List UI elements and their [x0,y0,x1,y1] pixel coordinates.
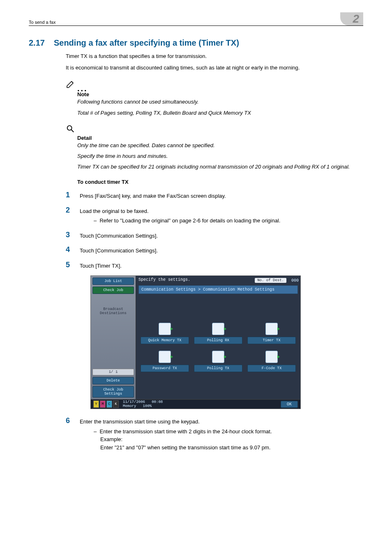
check-job-settings-button[interactable]: Check Job Settings [92,386,134,398]
password-tx-label: Password TX [141,365,189,372]
step-6-sub: – Enter the transmission start time with… [94,428,272,452]
polling-rx-label: Polling RX [194,337,242,344]
step-3: 3 Touch [Communication Settings]. [66,231,363,240]
toner-indicators: Y M C K [93,400,119,408]
step-6-sub1: Enter the transmission start time with 2… [99,428,272,435]
device-main: Specify the settings. No. of Dest. 000 C… [136,276,300,399]
toner-c-icon: C [106,400,112,408]
num-of-dest-label: No. of Dest. [255,278,286,283]
device-sidebar: Job List Check Job Broadcast Destination… [91,276,136,399]
note-label: Note [77,91,363,97]
step-6-sub2: Example: [100,436,122,442]
toner-m-icon: M [100,400,106,408]
chapter-number-badge: 2 [340,12,363,25]
header-breadcrumb: To send a fax [29,20,55,25]
delete-button[interactable]: Delete [92,377,134,384]
intro-paragraph-1: Timer TX is a function that specifies a … [66,53,363,60]
toner-y-icon: Y [93,400,99,408]
page-header: To send a fax 2 [29,12,363,26]
step-number: 6 [66,416,72,425]
fcode-tx-label: F-Code TX [247,365,296,372]
step-2-sub: – Refer to "Loading the original" on pag… [94,217,280,225]
step-2-main: Load the original to be faxed. [80,208,149,214]
step-number: 1 [66,191,72,199]
detail-line-3: Timer TX can be specified for 21 origina… [77,163,363,171]
section-title: Sending a fax after specifying a time (T… [54,38,239,48]
step-5: 5 Touch [Timer TX]. [66,261,363,270]
broadcast-destinations-label: Broadcast Destinations [92,307,134,315]
detail-line-2: Specify the time in hours and minutes. [77,153,363,160]
status-memory-label: Memory [123,404,136,408]
step-6-main: Enter the transmission start time using … [80,419,200,425]
status-time: 00:08 [152,400,163,404]
status-memory-value: 100% [143,404,152,408]
step-number: 3 [66,231,72,239]
status-info-block: 11/17/2006 00:08 Memory 100% [119,400,281,408]
step-6-sub3: Enter "21" and "07" when setting the tra… [100,444,270,451]
step-3-text: Touch [Communication Settings]. [80,231,158,240]
device-title: Specify the settings. [136,276,193,284]
toner-k-icon: K [113,400,119,408]
step-2: 2 Load the original to be faxed. – Refer… [66,206,363,225]
timer-tx-option[interactable]: Timer TX [249,323,295,344]
svg-line-1 [71,130,74,132]
fcode-tx-option[interactable]: F-Code TX [249,351,295,372]
device-titlebar: Specify the settings. No. of Dest. 000 [136,276,300,284]
device-statusbar: Y M C K 11/17/2006 00:08 Memory 100% OK [91,399,300,409]
device-options-grid: Quick Memory TX Polling RX Timer TX [136,294,300,399]
polling-tx-label: Polling TX [194,365,242,372]
step-6: 6 Enter the transmission start time usin… [66,416,363,451]
polling-tx-option[interactable]: Polling TX [195,351,241,372]
step-2-text: Load the original to be faxed. – Refer t… [80,206,280,225]
intro-paragraph-2: It is economical to transmit at discount… [66,64,363,72]
step-4: 4 Touch [Communication Settings]. [66,245,363,255]
polling-rx-icon [212,323,224,335]
step-1-text: Press [Fax/Scan] key, and make the Fax/S… [80,191,226,200]
section-number: 2.17 [29,38,45,48]
num-of-dest-value: 000 [291,278,299,283]
step-1: 1 Press [Fax/Scan] key, and make the Fax… [66,191,363,200]
password-tx-icon [159,351,171,363]
magnifier-icon [66,124,363,135]
step-number: 5 [66,261,72,269]
page: To send a fax 2 2.17 Sending a fax after… [0,0,392,555]
step-number: 2 [66,206,72,215]
step-4-text: Touch [Communication Settings]. [80,245,158,255]
page-indicator: 1/ 1 [92,369,134,375]
quick-memory-tx-icon [159,323,171,335]
note-icon-row: ... [66,79,363,90]
quick-memory-tx-option[interactable]: Quick Memory TX [142,323,188,344]
body: Timer TX is a function that specifies a … [66,53,363,451]
timer-tx-label: Timer TX [247,337,296,344]
ok-button[interactable]: OK [281,401,298,408]
step-5-text: Touch [Timer TX]. [80,261,122,270]
device-body: Job List Check Job Broadcast Destination… [91,276,300,399]
detail-label: Detail [77,135,363,141]
pencil-icon [66,79,76,90]
job-list-button[interactable]: Job List [92,278,134,285]
device-breadcrumb: Communication Settings > Communication M… [138,285,298,294]
note-block: ... Note Following functions cannot be u… [66,79,363,116]
detail-block: Detail Only the time can be specified. D… [66,124,363,171]
timer-tx-icon [265,323,278,335]
fcode-tx-icon [265,351,278,363]
ellipsis-icon: ... [77,86,88,90]
status-date: 11/17/2006 [123,400,145,404]
detail-line-1: Only the time can be specified. Dates ca… [77,142,363,149]
section-heading: 2.17 Sending a fax after specifying a ti… [29,38,363,48]
device-screenshot: Job List Check Job Broadcast Destination… [90,275,301,409]
password-tx-option[interactable]: Password TX [142,351,188,372]
note-line-1: Following functions cannot be used simul… [77,98,363,106]
svg-point-0 [67,125,72,130]
step-2-sub-text: Refer to "Loading the original" on page … [99,217,280,224]
procedure-heading: To conduct timer TX [77,179,363,185]
note-line-2: Total # of Pages setting, Polling TX, Bu… [77,109,363,117]
step-6-text: Enter the transmission start time using … [80,416,272,451]
step-number: 4 [66,245,72,254]
quick-memory-tx-label: Quick Memory TX [141,337,189,344]
polling-tx-icon [212,351,224,363]
polling-rx-option[interactable]: Polling RX [195,323,241,344]
check-job-button[interactable]: Check Job [92,287,134,294]
